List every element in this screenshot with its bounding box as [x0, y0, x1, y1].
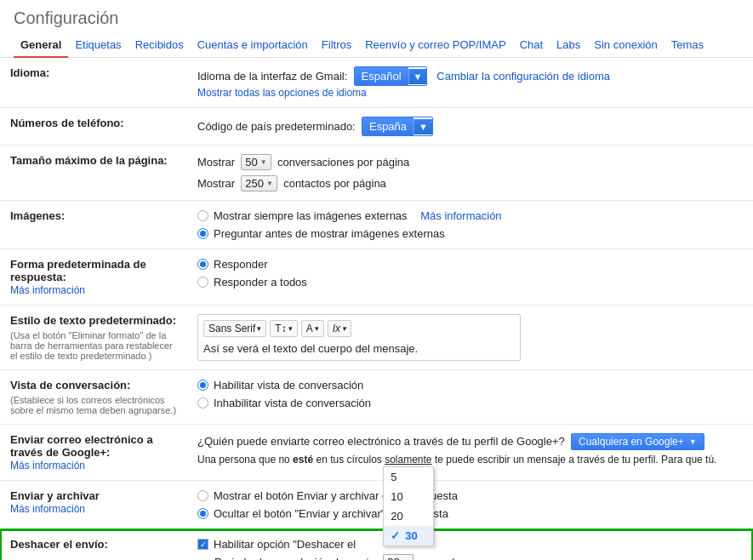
- option-10-val: 10: [391, 490, 402, 503]
- vista-option2-label: Inhabilitar vista de conversación: [214, 397, 371, 409]
- forma-label: Forma predeterminada de respuesta: Más i…: [0, 249, 187, 306]
- estilo-sublabel: (Usa el botón "Eliminar formato" de la b…: [10, 330, 177, 361]
- remove-format-btn[interactable]: Ix: [328, 320, 351, 337]
- vista-option1-label: Habilitar vista de conversación: [214, 379, 363, 391]
- font-family-selector[interactable]: Sans Serif: [203, 320, 266, 337]
- forma-option1-row[interactable]: Responder: [197, 258, 743, 271]
- nav-item-etiquetas[interactable]: Etiquetas: [68, 33, 128, 57]
- deshacer-option-10[interactable]: 10: [384, 487, 433, 506]
- vista-radio2[interactable]: [197, 397, 208, 409]
- nav-item-chat[interactable]: Chat: [513, 33, 550, 57]
- font-color-btn[interactable]: A: [301, 320, 324, 337]
- vista-radio1[interactable]: [197, 380, 208, 391]
- tamanio-mostrar2: Mostrar: [197, 177, 235, 190]
- nav-item-sin-conexion[interactable]: Sin conexión: [587, 33, 664, 57]
- googleplus-more-link[interactable]: Más información: [10, 460, 85, 471]
- enviar-radio2[interactable]: [197, 508, 208, 519]
- forma-option1-label: Responder: [214, 258, 268, 271]
- deshacer-value: Habilitar opción "Deshacer el Periodo de…: [187, 529, 753, 561]
- idioma-all-options-link[interactable]: Mostrar todas las opciones de idioma: [197, 87, 367, 99]
- deshacer-option-20[interactable]: 20: [384, 506, 433, 526]
- vista-label: Vista de conversación: (Establece si los…: [0, 370, 187, 425]
- googleplus-select[interactable]: Cualquiera en Google+: [571, 433, 705, 450]
- deshacer-option-5[interactable]: 5: [384, 467, 433, 487]
- imagenes-option1-row[interactable]: Mostrar siempre las imágenes externas Má…: [197, 209, 743, 222]
- forma-label-text: Forma predeterminada de respuesta:: [10, 258, 146, 283]
- telefono-value: Código de país predeterminado: España ▼: [187, 108, 753, 146]
- nav-item-labs[interactable]: Labs: [550, 33, 587, 57]
- option-20-val: 20: [391, 510, 402, 523]
- forma-more-link[interactable]: Más información: [10, 284, 85, 296]
- telefono-row: Números de teléfono: Código de país pred…: [0, 108, 753, 146]
- telefono-field-label: Código de país predeterminado:: [197, 120, 356, 133]
- googleplus-row: Enviar correo electrónico a través de Go…: [0, 425, 753, 481]
- idioma-select-arrow[interactable]: ▼: [408, 69, 427, 84]
- tamanio-contactos-label: contactos por página: [283, 177, 386, 190]
- forma-radio1[interactable]: [197, 259, 208, 270]
- googleplus-desc-bold: esté: [293, 454, 313, 466]
- enviar-radio-group: Mostrar el botón Enviar y archivar en la…: [197, 489, 743, 520]
- enviar-value: Mostrar el botón Enviar y archivar en la…: [187, 481, 753, 529]
- idioma-field-label: Idioma de la interfaz de Gmail:: [197, 70, 347, 83]
- forma-option2-row[interactable]: Responder a todos: [197, 276, 743, 289]
- tamanio-mostrar1: Mostrar: [197, 156, 235, 169]
- googleplus-desc1: Una persona que no: [197, 454, 290, 466]
- nav-item-temas[interactable]: Temas: [665, 33, 710, 57]
- tamanio-row: Tamaño máximo de la página: Mostrar 50 c…: [0, 146, 753, 201]
- nav-bar: General Etiquetas Recibidos Cuentas e im…: [0, 33, 753, 58]
- nav-item-recibidos[interactable]: Recibidos: [128, 33, 191, 57]
- font-size-btn[interactable]: T↕: [270, 320, 297, 337]
- font-size-icon: T↕: [275, 323, 286, 334]
- nav-item-reenvio[interactable]: Reenvío y correo POP/IMAP: [358, 33, 512, 57]
- enviar-label: Enviar y archivar Más información: [0, 481, 187, 529]
- enviar-option2-row[interactable]: Ocultar el botón "Enviar y archivar" la …: [197, 507, 743, 520]
- telefono-select-value[interactable]: España: [362, 117, 414, 135]
- imagenes-radio1[interactable]: [197, 210, 208, 221]
- idioma-select-wrapper: Español ▼: [354, 66, 428, 86]
- deshacer-checkbox[interactable]: [197, 539, 208, 550]
- enviar-radio1[interactable]: [197, 490, 208, 501]
- nav-item-cuentas[interactable]: Cuentas e importación: [191, 33, 315, 57]
- idioma-label: Idioma:: [0, 58, 187, 108]
- settings-table: Idioma: Idioma de la interfaz de Gmail: …: [0, 58, 753, 560]
- imagenes-option1-label: Mostrar siempre las imágenes externas: [214, 209, 408, 222]
- vista-option1-row[interactable]: Habilitar vista de conversación: [197, 379, 743, 391]
- googleplus-label: Enviar correo electrónico a través de Go…: [0, 425, 187, 481]
- imagenes-row: Imágenes: Mostrar siempre las imágenes e…: [0, 201, 753, 249]
- nav-item-filtros[interactable]: Filtros: [315, 33, 358, 57]
- deshacer-option-30[interactable]: ✓ 30: [384, 526, 433, 546]
- enviar-more-link[interactable]: Más información: [10, 503, 85, 515]
- deshacer-dropdown-menu: 5 10 20 ✓ 30: [383, 466, 434, 546]
- idioma-change-link[interactable]: Cambiar la configuración de idioma: [436, 70, 610, 83]
- tamanio-num2-select[interactable]: 250: [241, 175, 277, 191]
- tamanio-label: Tamaño máximo de la página:: [0, 146, 187, 201]
- deshacer-checkmark: ✓: [391, 529, 400, 542]
- nav-item-general[interactable]: General: [14, 33, 68, 58]
- idioma-value: Idioma de la interfaz de Gmail: Español …: [187, 58, 753, 108]
- enviar-option1-row[interactable]: Mostrar el botón Enviar y archivar en la…: [197, 489, 743, 502]
- estilo-row: Estilo de texto predeterminado: (Usa el …: [0, 306, 753, 370]
- deshacer-select-trigger[interactable]: 30: [383, 554, 413, 560]
- imagenes-option2-label: Preguntar antes de mostrar imágenes exte…: [214, 227, 445, 240]
- imagenes-option1-link[interactable]: Más información: [420, 209, 501, 222]
- vista-row: Vista de conversación: (Establece si los…: [0, 370, 753, 425]
- telefono-select-arrow[interactable]: ▼: [414, 119, 432, 134]
- forma-radio2[interactable]: [197, 277, 208, 288]
- forma-row: Forma predeterminada de respuesta: Más i…: [0, 249, 753, 306]
- forma-value: Responder Responder a todos: [187, 249, 753, 306]
- deshacer-row: Deshacer el envío: Habilitar opción "Des…: [0, 529, 753, 561]
- vista-option2-row[interactable]: Inhabilitar vista de conversación: [197, 397, 743, 409]
- tamanio-num1-select[interactable]: 50: [241, 154, 271, 170]
- vista-radio-group: Habilitar vista de conversación Inhabili…: [197, 379, 743, 409]
- googleplus-desc-underline: solamente: [385, 454, 431, 466]
- idioma-select-value[interactable]: Español: [355, 67, 408, 85]
- imagenes-option2-row[interactable]: Preguntar antes de mostrar imágenes exte…: [197, 227, 743, 240]
- text-style-box: Sans Serif T↕ A Ix Así se verá el texto …: [197, 314, 521, 361]
- imagenes-radio2[interactable]: [197, 228, 208, 239]
- imagenes-value: Mostrar siempre las imágenes externas Má…: [187, 201, 753, 249]
- enviar-label-text: Enviar y archivar: [10, 489, 100, 502]
- deshacer-label: Deshacer el envío:: [0, 529, 187, 561]
- estilo-label-text: Estilo de texto predeterminado:: [10, 314, 176, 327]
- option-30-val: 30: [405, 529, 417, 542]
- deshacer-dropdown[interactable]: 5 10 20 ✓ 30: [383, 554, 413, 560]
